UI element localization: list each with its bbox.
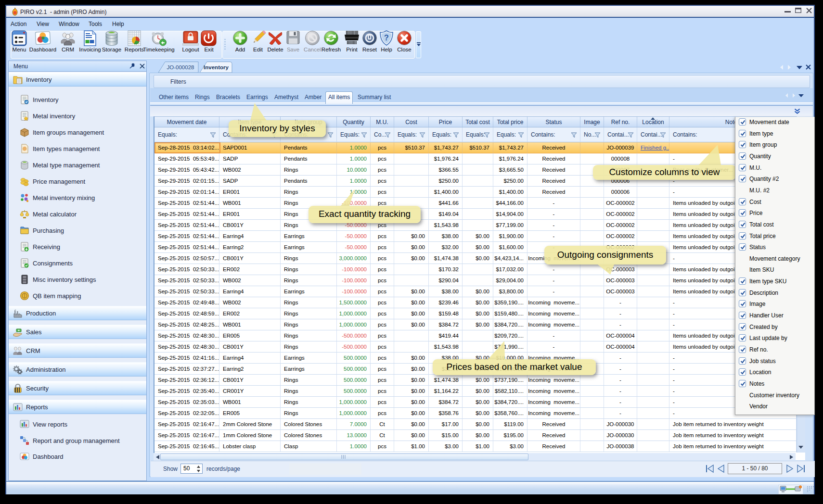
svg-text:?: ? (384, 34, 389, 42)
svg-text:Inventory: Inventory (204, 64, 229, 70)
svg-text:JO-000028: JO-000028 (167, 64, 194, 70)
